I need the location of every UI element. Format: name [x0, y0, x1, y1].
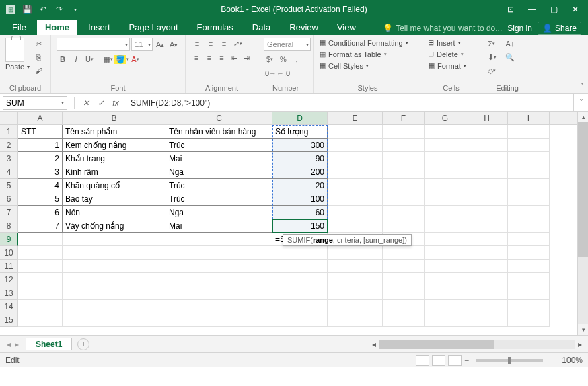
cell-G2[interactable]	[425, 139, 466, 152]
col-header-B[interactable]: B	[63, 112, 166, 124]
cell-I7[interactable]	[508, 206, 550, 219]
cell-D7[interactable]: 60	[272, 206, 328, 219]
cell-A8[interactable]: 7	[18, 219, 63, 233]
cell-B11[interactable]	[63, 260, 166, 273]
cell-F7[interactable]	[383, 206, 425, 219]
tab-file[interactable]: File	[4, 20, 34, 35]
row-header-14[interactable]: 14	[0, 300, 18, 313]
minimize-icon[interactable]: —	[522, 3, 542, 16]
cell-H5[interactable]	[466, 179, 508, 192]
row-header-1[interactable]: 1	[0, 125, 18, 139]
cell-C12[interactable]	[166, 273, 272, 286]
sort-filter-icon[interactable]: A↓	[501, 38, 519, 50]
cell-C7[interactable]: Nga	[166, 206, 272, 219]
cell-E1[interactable]	[328, 125, 383, 139]
share-button[interactable]: 👤Share	[538, 22, 581, 35]
cell-D11[interactable]	[272, 260, 328, 273]
cell-C14[interactable]	[166, 300, 272, 313]
cell-H12[interactable]	[466, 273, 508, 286]
cell-A7[interactable]: 6	[18, 206, 63, 219]
view-page-layout-icon[interactable]	[432, 355, 445, 366]
cell-A1[interactable]: STT	[18, 125, 63, 139]
cell-G6[interactable]	[425, 192, 466, 206]
cell-A12[interactable]	[18, 273, 63, 286]
cell-I5[interactable]	[508, 179, 550, 192]
cell-C8[interactable]: Mai	[166, 219, 272, 233]
cell-H7[interactable]	[466, 206, 508, 219]
cell-H3[interactable]	[466, 152, 508, 165]
cell-C4[interactable]: Nga	[166, 165, 272, 179]
font-name-combo[interactable]: ▾	[57, 38, 130, 51]
close-icon[interactable]: ✕	[565, 3, 585, 16]
fill-icon[interactable]: ⬇▾	[486, 51, 498, 63]
scroll-left-icon[interactable]: ◂	[369, 340, 379, 349]
cell-B7[interactable]: Nón	[63, 206, 166, 219]
grow-font-icon[interactable]: A▴	[154, 38, 166, 50]
cell-B15[interactable]	[63, 313, 166, 327]
align-right-icon[interactable]: ≡	[216, 52, 227, 64]
cell-C11[interactable]	[166, 260, 272, 273]
scroll-down-icon[interactable]: ▾	[578, 324, 588, 335]
col-header-E[interactable]: E	[328, 112, 383, 124]
cell-G11[interactable]	[425, 260, 466, 273]
tab-page-layout[interactable]: Page Layout	[121, 20, 186, 35]
cell-B6[interactable]: Bao tay	[63, 192, 166, 206]
cell-A3[interactable]: 2	[18, 152, 63, 165]
cell-I13[interactable]	[508, 286, 550, 300]
cell-D10[interactable]	[272, 246, 328, 260]
align-top-icon[interactable]: ≡	[191, 38, 203, 50]
tab-formulas[interactable]: Formulas	[189, 20, 242, 35]
cell-F8[interactable]	[383, 219, 425, 233]
cell-A13[interactable]	[18, 286, 63, 300]
cell-E11[interactable]	[328, 260, 383, 273]
cell-A6[interactable]: 5	[18, 192, 63, 206]
cell-H1[interactable]	[466, 125, 508, 139]
accounting-icon[interactable]: $▾	[264, 53, 276, 65]
cell-D8[interactable]: 150	[272, 219, 328, 233]
col-header-D[interactable]: D	[272, 112, 328, 124]
cell-styles-button[interactable]: ▦Cell Styles▾	[319, 61, 416, 71]
cell-C5[interactable]: Trúc	[166, 179, 272, 192]
cell-I15[interactable]	[508, 313, 550, 327]
indent-inc-icon[interactable]: ⇥	[241, 52, 252, 64]
cell-B12[interactable]	[63, 273, 166, 286]
cell-H6[interactable]	[466, 192, 508, 206]
cell-E6[interactable]	[328, 192, 383, 206]
cell-F12[interactable]	[383, 273, 425, 286]
sheet-nav-prev-icon[interactable]: ◂	[7, 340, 11, 349]
cell-H8[interactable]	[466, 219, 508, 233]
cut-icon[interactable]: ✂	[32, 38, 44, 50]
cell-C6[interactable]: Trúc	[166, 192, 272, 206]
dec-decimal-icon[interactable]: ←.0	[277, 67, 289, 79]
find-select-icon[interactable]: 🔍	[501, 51, 519, 63]
collapse-ribbon-icon[interactable]: ˄	[580, 82, 584, 91]
cell-E14[interactable]	[328, 300, 383, 313]
font-color-button[interactable]: A▾	[129, 53, 141, 65]
cell-H14[interactable]	[466, 300, 508, 313]
cell-G10[interactable]	[425, 246, 466, 260]
cell-H13[interactable]	[466, 286, 508, 300]
format-as-table-button[interactable]: ▦Format as Table▾	[319, 49, 416, 59]
expand-formula-bar-icon[interactable]: ˅	[573, 94, 588, 111]
view-page-break-icon[interactable]	[448, 355, 462, 366]
maximize-icon[interactable]: ▢	[544, 3, 564, 16]
delete-cells-button[interactable]: ⊟Delete▾	[428, 49, 474, 59]
cell-F11[interactable]	[383, 260, 425, 273]
col-header-A[interactable]: A	[18, 112, 63, 124]
cell-G7[interactable]	[425, 206, 466, 219]
cell-I11[interactable]	[508, 260, 550, 273]
cell-E12[interactable]	[328, 273, 383, 286]
col-header-H[interactable]: H	[466, 112, 508, 124]
cell-F10[interactable]	[383, 246, 425, 260]
cell-B13[interactable]	[63, 286, 166, 300]
col-header-F[interactable]: F	[383, 112, 425, 124]
row-header-9[interactable]: 9	[0, 233, 18, 246]
cell-F13[interactable]	[383, 286, 425, 300]
cell-A4[interactable]: 3	[18, 165, 63, 179]
vscroll-thumb[interactable]	[578, 122, 588, 257]
cell-H10[interactable]	[466, 246, 508, 260]
cell-I4[interactable]	[508, 165, 550, 179]
enter-formula-icon[interactable]: ✓	[94, 98, 108, 108]
cell-G3[interactable]	[425, 152, 466, 165]
cell-C13[interactable]	[166, 286, 272, 300]
